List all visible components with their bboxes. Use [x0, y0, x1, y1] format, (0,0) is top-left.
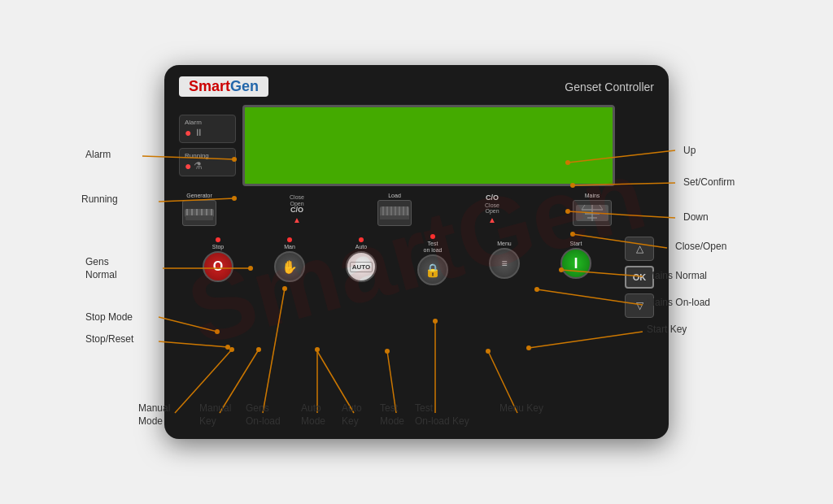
up-button[interactable]: △	[625, 237, 654, 261]
auto-btn-group: Auto AUTO	[346, 237, 377, 282]
co-arrow-left: ▲	[293, 215, 301, 224]
annotation-running: Running	[81, 193, 118, 205]
buttons-row: Stop O Man ✋	[179, 234, 615, 285]
annotation-stop-reset: Stop/Reset	[85, 333, 133, 345]
mains-label: Mains	[585, 193, 600, 198]
start-icon: I	[574, 255, 578, 272]
load-label: Load	[388, 193, 401, 198]
lcd-screen	[242, 105, 615, 186]
svg-rect-46	[185, 215, 213, 220]
running-icon: ⚗	[194, 160, 203, 172]
co-label-left: Close Open C/O ▲	[290, 194, 304, 224]
alarm-label: Alarm	[185, 119, 203, 126]
header: SmartGen Genset Controller	[179, 76, 654, 97]
co-label-right: C/O Close Open ▲	[485, 194, 499, 224]
auto-button[interactable]: AUTO	[346, 251, 377, 282]
auto-label-top: Auto	[355, 244, 367, 250]
load-svg	[379, 204, 410, 222]
stop-indicator	[216, 237, 220, 242]
display-section: Alarm ● ⏸ Running ●	[179, 105, 615, 186]
annotation-alarm: Alarm	[85, 149, 111, 160]
man-icon: ✋	[281, 259, 298, 275]
stop-btn-group: Stop O	[203, 237, 233, 282]
annotation-gens-normal: GensNormal	[85, 256, 117, 281]
test-label-top: Teston load	[424, 241, 443, 253]
auto-indicator	[359, 237, 364, 242]
test-icon: 🔒	[425, 263, 441, 278]
running-indicator: Running ● ⚗	[179, 148, 236, 176]
auto-icon: AUTO	[350, 262, 373, 272]
menu-icon: ≡	[501, 258, 507, 269]
manual-button[interactable]: ✋	[274, 251, 305, 282]
annotation-down: Down	[683, 211, 709, 223]
main-area: Alarm ● ⏸ Running ●	[179, 105, 654, 424]
generator-contactor-img	[182, 200, 216, 226]
annotation-close-open: Close/Open	[675, 241, 726, 252]
running-label: Running	[185, 152, 209, 159]
indicators: Alarm ● ⏸ Running ●	[179, 105, 236, 186]
controller-panel: SmartGen Genset Controller Alarm ●	[164, 65, 669, 439]
logo: SmartGen	[179, 76, 268, 97]
load-contactor-img	[377, 200, 412, 226]
mains-svg	[575, 203, 609, 223]
load-contactor-block: Load	[377, 193, 412, 226]
annotation-stop-mode: Stop Mode	[85, 311, 133, 323]
co-arrow-right: ▲	[488, 215, 496, 224]
contactors-row: Generator	[179, 193, 615, 226]
alarm-icon: ⏸	[194, 127, 203, 138]
running-red-dot: ●	[185, 159, 191, 172]
generator-label: Generator	[186, 193, 212, 198]
man-indicator	[287, 237, 292, 242]
alarm-red-dot: ●	[185, 126, 191, 139]
test-indicator	[430, 234, 435, 239]
menu-button[interactable]: ≡	[489, 248, 520, 279]
annotation-set-confirm: Set/Confirm	[683, 176, 735, 188]
stop-button[interactable]: O	[203, 251, 233, 282]
start-btn-group: Start I	[560, 241, 591, 279]
left-panel: Alarm ● ⏸ Running ●	[179, 105, 615, 424]
menu-btn-group: Menu ≡	[489, 241, 520, 279]
header-title: Genset Controller	[565, 80, 654, 93]
test-btn-group: Teston load 🔒	[417, 234, 448, 285]
man-btn-group: Man ✋	[274, 237, 305, 282]
stop-label-top: Stop	[212, 244, 224, 250]
generator-svg	[184, 204, 215, 222]
annotation-up: Up	[683, 145, 696, 156]
start-label-top: Start	[570, 241, 582, 246]
logo-smart: Smart	[189, 78, 230, 94]
test-button[interactable]: 🔒	[417, 254, 448, 285]
generator-contactor-block: Generator	[182, 193, 216, 226]
alarm-indicator: Alarm ● ⏸	[179, 115, 236, 143]
logo-gen: Gen	[230, 78, 259, 94]
man-label-top: Man	[284, 244, 295, 250]
start-button[interactable]: I	[560, 248, 591, 279]
mains-contactor-block: Mains	[573, 193, 612, 226]
svg-rect-55	[380, 215, 409, 219]
ok-button[interactable]: OK	[625, 266, 654, 289]
menu-label-top: Menu	[497, 241, 512, 246]
right-panel: △ OK ▽	[625, 105, 654, 424]
mains-contactor-img	[573, 200, 612, 226]
down-button[interactable]: ▽	[625, 293, 654, 318]
stop-icon: O	[213, 259, 223, 274]
